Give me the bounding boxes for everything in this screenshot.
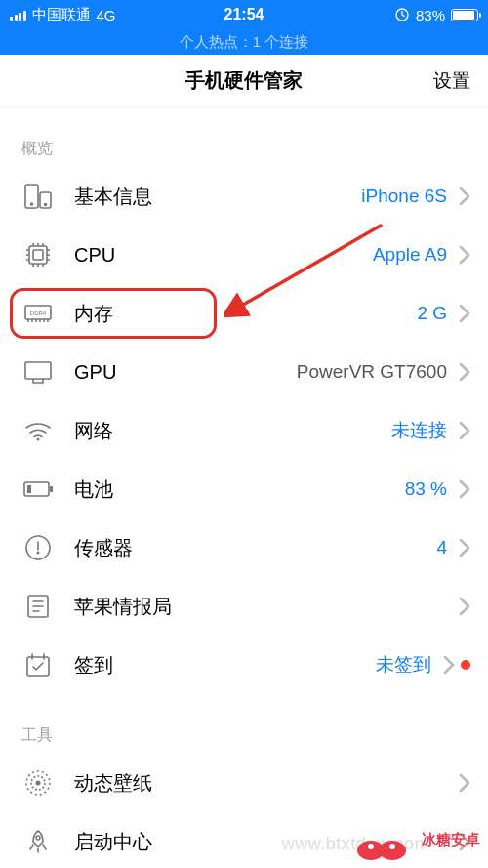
chevron-right-icon xyxy=(459,421,470,440)
svg-point-10 xyxy=(37,438,40,441)
svg-point-25 xyxy=(389,844,395,849)
signal-icon xyxy=(10,9,26,21)
page-title: 手机硬件管家 xyxy=(185,67,303,94)
row-gpu[interactable]: GPU PowerVR GT7600 xyxy=(0,343,488,401)
status-bar: 中国联通 4G 21:54 83% xyxy=(0,0,488,29)
news-icon xyxy=(21,590,55,623)
row-label: CPU xyxy=(74,244,115,267)
svg-text:冰糖安卓网: 冰糖安卓网 xyxy=(422,831,480,847)
svg-point-15 xyxy=(37,552,40,555)
network-label: 4G xyxy=(97,7,116,23)
svg-rect-17 xyxy=(27,657,49,676)
svg-rect-5 xyxy=(29,246,47,264)
carrier-label: 中国联通 xyxy=(32,6,91,24)
battery-icon xyxy=(451,9,478,21)
chevron-right-icon xyxy=(459,479,470,499)
phone-tablet-icon xyxy=(21,180,55,213)
row-memory[interactable]: DDR4 内存 2 G xyxy=(0,284,488,343)
row-label: 动态壁纸 xyxy=(74,770,152,797)
hotspot-text: 个人热点：1 个连接 xyxy=(180,33,309,52)
rotation-lock-icon xyxy=(394,7,410,22)
chevron-right-icon xyxy=(459,186,470,206)
row-label: 电池 xyxy=(74,476,113,503)
svg-point-4 xyxy=(45,204,47,206)
svg-text:DDR4: DDR4 xyxy=(30,310,47,316)
svg-rect-12 xyxy=(50,486,53,492)
status-time: 21:54 xyxy=(224,6,264,23)
rocket-icon xyxy=(21,825,55,858)
row-value: iPhone 6S xyxy=(361,186,447,207)
row-intel[interactable]: 苹果情报局 xyxy=(0,577,488,636)
row-label: 苹果情报局 xyxy=(74,594,172,620)
row-label: 签到 xyxy=(74,652,113,679)
settings-button[interactable]: 设置 xyxy=(433,68,470,94)
svg-rect-13 xyxy=(27,485,31,493)
row-value: 4 xyxy=(436,537,447,558)
row-label: GPU xyxy=(74,361,116,384)
svg-rect-9 xyxy=(25,362,51,379)
row-wallpaper[interactable]: 动态壁纸 xyxy=(0,754,488,812)
row-value: 未连接 xyxy=(391,418,447,443)
battery-percent-label: 83% xyxy=(416,7,445,23)
chevron-right-icon xyxy=(459,597,470,616)
overview-list: 基本信息 iPhone 6S CPU Apple A9 DDR4 内存 2 G … xyxy=(0,167,488,694)
row-value: PowerVR GT7600 xyxy=(297,361,447,383)
checkin-icon xyxy=(21,648,55,682)
sensor-icon xyxy=(21,531,55,564)
hotspot-bar[interactable]: 个人热点：1 个连接 xyxy=(0,29,488,55)
chevron-right-icon xyxy=(459,245,470,265)
svg-point-20 xyxy=(36,781,41,786)
status-left: 中国联通 4G xyxy=(10,6,116,24)
row-value: Apple A9 xyxy=(373,244,447,266)
row-network[interactable]: 网络 未连接 xyxy=(0,401,488,460)
row-value: 2 G xyxy=(417,303,447,324)
notification-dot xyxy=(461,660,470,670)
row-label: 启动中心 xyxy=(74,829,152,855)
battery-outline-icon xyxy=(21,473,55,506)
row-label: 传感器 xyxy=(74,535,133,561)
row-value: 83 % xyxy=(405,478,447,500)
svg-point-3 xyxy=(31,203,33,205)
gpu-icon xyxy=(21,355,55,389)
svg-point-21 xyxy=(36,836,40,840)
svg-rect-6 xyxy=(33,250,43,260)
row-cpu[interactable]: CPU Apple A9 xyxy=(0,226,488,284)
chevron-right-icon xyxy=(459,362,470,382)
svg-point-24 xyxy=(368,844,374,849)
chevron-right-icon xyxy=(459,773,470,793)
row-basic-info[interactable]: 基本信息 iPhone 6S xyxy=(0,167,488,226)
watermark-logo: 冰糖安卓网 xyxy=(353,817,480,862)
nav-bar: 手机硬件管家 设置 xyxy=(0,55,488,107)
section-header-overview: 概览 xyxy=(0,107,488,167)
wifi-icon xyxy=(21,414,55,447)
memory-icon: DDR4 xyxy=(21,297,55,330)
row-value: 未签到 xyxy=(376,652,431,678)
row-sensors[interactable]: 传感器 4 xyxy=(0,518,488,577)
row-label: 内存 xyxy=(74,301,113,327)
wallpaper-icon xyxy=(21,766,55,800)
status-right: 83% xyxy=(394,7,478,23)
chevron-right-icon xyxy=(443,655,455,675)
section-header-tools: 工具 xyxy=(0,694,488,754)
cpu-icon xyxy=(21,238,55,271)
row-label: 网络 xyxy=(74,418,113,444)
row-label: 基本信息 xyxy=(74,184,152,210)
row-checkin[interactable]: 签到 未签到 xyxy=(0,636,488,694)
chevron-right-icon xyxy=(459,538,470,558)
chevron-right-icon xyxy=(459,304,470,323)
row-battery[interactable]: 电池 83 % xyxy=(0,460,488,518)
